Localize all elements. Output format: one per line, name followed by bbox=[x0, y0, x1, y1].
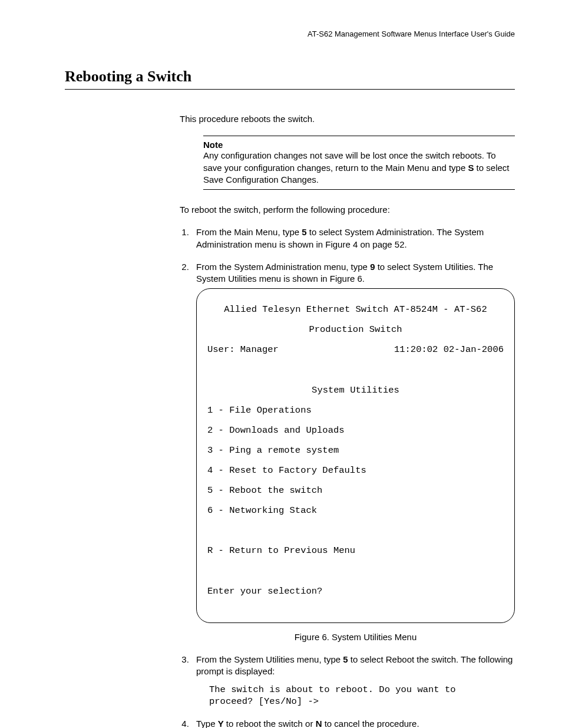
terminal-return: R - Return to Previous Menu bbox=[207, 546, 504, 556]
step-4: Type Y to reboot the switch or N to canc… bbox=[191, 718, 515, 728]
step-2-text-a: From the System Administration menu, typ… bbox=[196, 262, 370, 272]
terminal-timestamp: 11:20:02 02-Jan-2006 bbox=[394, 345, 504, 355]
procedure-steps: From the Main Menu, type 5 to select Sys… bbox=[180, 226, 515, 728]
step-3-key-5: 5 bbox=[343, 654, 348, 664]
body-column: This procedure reboots the switch. Note … bbox=[180, 113, 515, 728]
step-4-text-b: to reboot the switch or bbox=[224, 719, 316, 728]
step-1-text-a: From the Main Menu, type bbox=[196, 227, 302, 237]
step-3: From the System Utilities menu, type 5 t… bbox=[191, 654, 515, 707]
terminal-item-5: 5 - Reboot the switch bbox=[207, 486, 504, 496]
terminal-user-line: User: Manager11:20:02 02-Jan-2006 bbox=[207, 345, 504, 355]
terminal-line-1: Allied Telesyn Ethernet Switch AT-8524M … bbox=[207, 305, 504, 315]
terminal-item-2: 2 - Downloads and Uploads bbox=[207, 426, 504, 436]
figure-caption: Figure 6. System Utilities Menu bbox=[196, 631, 515, 643]
step-4-text-c: to cancel the procedure. bbox=[322, 719, 419, 728]
terminal-blank-2 bbox=[207, 526, 504, 536]
note-block: Note Any configuration changes not save … bbox=[203, 136, 515, 190]
terminal-line-2: Production Switch bbox=[207, 325, 504, 335]
note-key-s: S bbox=[468, 163, 474, 173]
intro-paragraph: This procedure reboots the switch. bbox=[180, 113, 515, 125]
step-4-key-n: N bbox=[316, 719, 322, 728]
terminal-item-6: 6 - Networking Stack bbox=[207, 506, 504, 516]
terminal-item-3: 3 - Ping a remote system bbox=[207, 446, 504, 456]
running-head: AT-S62 Management Software Menus Interfa… bbox=[65, 29, 515, 38]
terminal-menu-title: System Utilities bbox=[207, 386, 504, 396]
step-4-text-a: Type bbox=[196, 719, 218, 728]
note-body: Any configuration changes not save will … bbox=[203, 150, 515, 186]
terminal-wrap: Allied Telesyn Ethernet Switch AT-8524M … bbox=[196, 288, 515, 623]
note-title: Note bbox=[203, 140, 515, 150]
step-1-key-5: 5 bbox=[302, 227, 306, 237]
terminal-screen: Allied Telesyn Ethernet Switch AT-8524M … bbox=[196, 288, 515, 623]
section-title: Rebooting a Switch bbox=[65, 68, 515, 90]
terminal-blank-3 bbox=[207, 566, 504, 577]
page: AT-S62 Management Software Menus Interfa… bbox=[0, 0, 562, 728]
step-1: From the Main Menu, type 5 to select Sys… bbox=[191, 226, 515, 251]
step-3-text-a: From the System Utilities menu, type bbox=[196, 654, 343, 664]
terminal-item-4: 4 - Reset to Factory Defaults bbox=[207, 466, 504, 476]
reboot-prompt: The switch is about to reboot. Do you wa… bbox=[209, 684, 515, 707]
terminal-prompt: Enter your selection? bbox=[207, 587, 504, 597]
terminal-user: User: Manager bbox=[207, 345, 279, 355]
lead-in: To reboot the switch, perform the follow… bbox=[180, 204, 515, 216]
terminal-blank-1 bbox=[207, 365, 504, 375]
terminal-item-1: 1 - File Operations bbox=[207, 406, 504, 416]
note-text-1: Any configuration changes not save will … bbox=[203, 150, 496, 172]
step-4-key-y: Y bbox=[218, 719, 224, 728]
step-2: From the System Administration menu, typ… bbox=[191, 261, 515, 643]
